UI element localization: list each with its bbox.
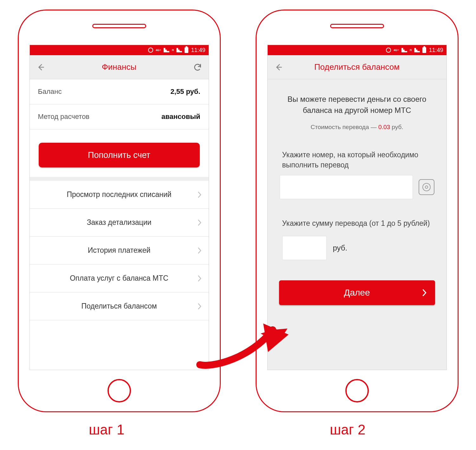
next-button[interactable]: Далее	[279, 280, 435, 305]
globe-icon	[148, 48, 153, 53]
chevron-right-icon	[197, 247, 202, 254]
list-item-label: Просмотр последних списаний	[67, 190, 171, 199]
page-title: Поделиться балансом	[314, 62, 400, 72]
list-item[interactable]: Заказ детализации	[30, 209, 209, 237]
battery-icon	[185, 47, 188, 53]
cost-prefix: Стоимость перевода —	[310, 124, 378, 130]
clock: 11:49	[191, 47, 205, 54]
home-button-icon	[108, 379, 131, 402]
number-label: Укажите номер, на который необходимо вып…	[268, 131, 447, 175]
list-item[interactable]: Поделиться балансом	[30, 292, 209, 320]
phone-step1: 4G+ R 11:49 Финансы Баланс 2,55 р	[18, 10, 221, 412]
signal-icon	[164, 48, 169, 52]
caption-step2: шаг 2	[330, 422, 366, 438]
rub-label: руб.	[333, 244, 348, 252]
list-item[interactable]: История платежей	[30, 237, 209, 264]
balance-value: 2,55 руб.	[170, 88, 200, 96]
screen-1: 4G+ R 11:49 Финансы Баланс 2,55 р	[29, 45, 209, 370]
phone-step2: 4G+ R 11:49 Поделиться балансом Вы может…	[256, 10, 459, 412]
page-title: Финансы	[102, 62, 136, 72]
roam-tag: R	[410, 49, 412, 52]
network-tag: 4G+	[394, 49, 399, 52]
screen-2: 4G+ R 11:49 Поделиться балансом Вы может…	[267, 45, 447, 370]
chevron-right-icon	[197, 219, 202, 226]
balance-block: Баланс 2,55 руб. Метод расчетов авансовы…	[30, 79, 209, 177]
method-label: Метод расчетов	[38, 113, 90, 121]
refresh-icon	[193, 63, 202, 72]
cost-line: Стоимость перевода — 0.03 руб.	[268, 119, 447, 131]
method-row: Метод расчетов авансовый	[30, 104, 209, 129]
list-item-label: Заказ детализации	[87, 218, 152, 227]
signal2-icon	[176, 48, 182, 52]
arrow-left-icon	[275, 63, 283, 71]
list-item-label: Поделиться балансом	[81, 302, 157, 310]
back-button[interactable]	[36, 62, 46, 72]
pick-contact-button[interactable]	[419, 179, 434, 195]
speaker-icon	[92, 24, 146, 28]
list-item[interactable]: Оплата услуг с баланса МТС	[30, 264, 209, 292]
description: Вы можете перевести деньги со своего бал…	[268, 79, 447, 119]
cost-suffix: руб.	[390, 124, 403, 130]
chevron-right-icon	[197, 275, 202, 282]
arrow-left-icon	[37, 63, 45, 71]
list-item-label: История платежей	[88, 246, 151, 255]
amount-label: Укажите сумму перевода (от 1 до 5 рублей…	[268, 199, 447, 233]
caption-step1: шаг 1	[89, 422, 125, 438]
chevron-right-icon	[197, 303, 202, 310]
back-button[interactable]	[274, 62, 284, 72]
signal2-icon	[414, 48, 420, 52]
clock: 11:49	[429, 47, 443, 54]
cost-amount: 0.03	[378, 124, 390, 130]
battery-icon	[422, 47, 426, 53]
number-input-row	[268, 175, 447, 199]
amount-input[interactable]	[282, 236, 327, 260]
speaker-icon	[330, 24, 384, 28]
status-bar: 4G+ R 11:49	[268, 45, 447, 55]
home-button-icon	[345, 379, 369, 402]
contact-icon	[422, 183, 431, 191]
network-tag: 4G+	[156, 49, 161, 52]
roam-tag: R	[172, 49, 174, 52]
list-item[interactable]: Просмотр последних списаний	[30, 181, 209, 209]
chevron-right-icon	[422, 289, 427, 297]
chevron-right-icon	[197, 191, 202, 198]
balance-row: Баланс 2,55 руб.	[30, 79, 209, 104]
list-item-label: Оплата услуг с баланса МТС	[70, 274, 168, 283]
app-bar: Финансы	[30, 55, 209, 79]
app-bar: Поделиться балансом	[268, 55, 447, 79]
amount-input-row: руб.	[268, 233, 447, 263]
phone-number-input[interactable]	[280, 175, 413, 199]
refresh-button[interactable]	[193, 62, 202, 72]
signal-icon	[401, 48, 407, 52]
form-body: Вы можете перевести деньги со своего бал…	[268, 79, 447, 370]
next-label: Далее	[344, 288, 370, 297]
topup-button[interactable]: Пополнить счет	[39, 143, 200, 167]
method-value: авансовый	[161, 113, 200, 121]
menu-list: Просмотр последних списаний Заказ детали…	[30, 177, 209, 320]
balance-label: Баланс	[38, 88, 62, 96]
status-bar: 4G+ R 11:49	[30, 45, 209, 55]
stage: 4G+ R 11:49 Финансы Баланс 2,55 р	[0, 0, 476, 412]
globe-icon	[386, 48, 391, 53]
